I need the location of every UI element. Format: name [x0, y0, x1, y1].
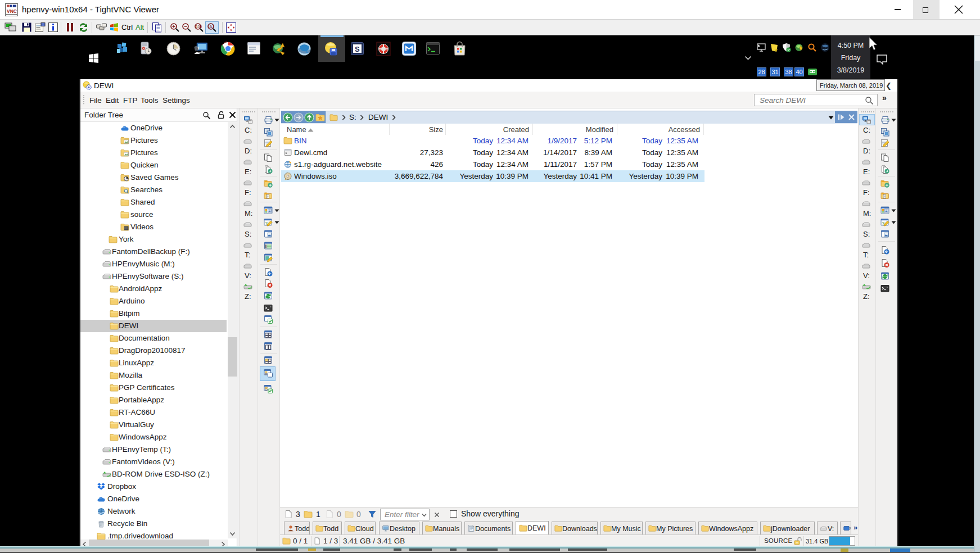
svg-text:VNC: VNC — [7, 8, 17, 14]
svg-text:100: 100 — [196, 25, 202, 29]
svg-text:S: S — [355, 45, 360, 53]
svg-text:A: A — [209, 24, 212, 29]
